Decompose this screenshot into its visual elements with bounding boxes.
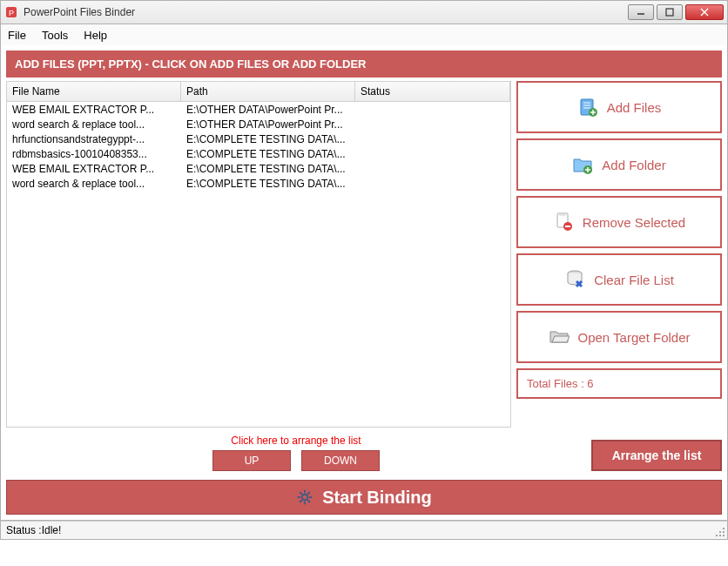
minimize-button[interactable] [628,4,654,20]
gear-icon [296,489,313,506]
total-files-count: 6 [587,377,593,390]
svg-line-29 [300,500,302,502]
arrange-list-label: Arrange the list [612,448,702,462]
menu-file[interactable]: File [8,29,26,42]
add-folder-button[interactable]: Add Folder [516,138,722,191]
cell-path: E:\COMPLETE TESTING DATA\... [181,178,355,190]
add-files-button[interactable]: Add Files [516,81,722,133]
status-value: Idle! [42,524,62,536]
table-header: File Name Path Status [7,82,510,102]
svg-point-33 [719,531,721,533]
menubar: File Tools Help [0,24,728,45]
cell-filename: word search & replace tool... [7,178,181,190]
start-binding-label: Start Binding [322,488,432,508]
window-title: PowerPoint Files Binder [24,6,628,18]
total-files: Total Files : 6 [516,368,722,399]
cell-path: E:\COMPLETE TESTING DATA\... [181,163,355,175]
up-button[interactable]: UP [212,450,291,471]
clear-list-label: Clear File List [594,273,674,287]
open-target-label: Open Target Folder [578,330,691,345]
instruction-banner: ADD FILES (PPT, PPTX) - CLICK ON ADD FIL… [6,51,722,77]
cell-filename: WEB EMAIL EXTRACTOR P... [7,163,181,175]
table-row[interactable]: rdbmsbasics-10010408353...E:\COMPLETE TE… [7,146,510,161]
file-table[interactable]: File Name Path Status WEB EMAIL EXTRACTO… [6,81,511,428]
table-row[interactable]: WEB EMAIL EXTRACTOR P...E:\COMPLETE TEST… [7,161,510,176]
svg-point-34 [723,535,725,536]
resize-grip[interactable] [715,527,725,537]
svg-point-22 [302,495,308,501]
clear-icon [564,269,585,290]
total-files-label: Total Files : [527,377,587,390]
svg-rect-3 [666,9,673,16]
svg-text:P: P [9,9,14,17]
col-path[interactable]: Path [181,82,355,101]
add-folder-icon [572,154,593,175]
table-row[interactable]: WEB EMAIL EXTRACTOR P...E:\OTHER DATA\Po… [7,102,510,117]
menu-help[interactable]: Help [84,29,107,42]
cell-filename: hrfunctionsandstrategyppt-... [7,133,181,145]
table-row[interactable]: word search & replace tool...E:\OTHER DA… [7,117,510,131]
remove-selected-label: Remove Selected [583,215,685,230]
side-panel: Add Files Add Folder Remove Selected Cle… [516,81,722,428]
svg-point-35 [719,535,721,536]
table-row[interactable]: hrfunctionsandstrategyppt-...E:\COMPLETE… [7,131,510,146]
remove-icon [553,212,574,232]
cell-path: E:\COMPLETE TESTING DATA\... [181,148,355,160]
svg-line-30 [308,492,311,495]
add-folder-label: Add Folder [602,158,665,172]
menu-tools[interactable]: Tools [42,29,68,42]
col-status[interactable]: Status [355,82,510,101]
table-row[interactable]: word search & replace tool...E:\COMPLETE… [7,176,510,191]
cell-path: E:\COMPLETE TESTING DATA\... [181,133,355,145]
cell-filename: rdbmsbasics-10010408353... [7,148,181,160]
col-filename[interactable]: File Name [7,82,181,101]
cell-path: E:\OTHER DATA\PowerPoint Pr... [181,104,355,116]
arrange-hint: Click here to arrange the list [6,435,586,447]
clear-list-button[interactable]: Clear File List [516,253,722,306]
cell-filename: word search & replace tool... [7,118,181,131]
open-folder-icon [549,327,570,347]
titlebar: P PowerPoint Files Binder [0,0,728,24]
maximize-button[interactable] [657,4,683,20]
add-files-icon [577,97,598,118]
start-binding-button[interactable]: Start Binding [6,480,722,515]
remove-selected-button[interactable]: Remove Selected [516,196,722,248]
statusbar: Status : Idle! [0,521,728,540]
svg-point-36 [716,535,718,536]
close-button[interactable] [685,4,724,20]
cell-filename: WEB EMAIL EXTRACTOR P... [7,104,181,116]
open-target-button[interactable]: Open Target Folder [516,311,722,363]
arrange-list-button[interactable]: Arrange the list [591,440,722,471]
app-icon: P [4,5,18,19]
status-label: Status : [6,524,42,536]
svg-line-28 [308,500,311,502]
svg-point-32 [723,531,725,533]
down-button[interactable]: DOWN [301,450,380,471]
svg-line-27 [300,492,302,495]
add-files-label: Add Files [607,100,662,115]
svg-point-31 [723,528,725,529]
cell-path: E:\OTHER DATA\PowerPoint Pr... [181,118,355,131]
